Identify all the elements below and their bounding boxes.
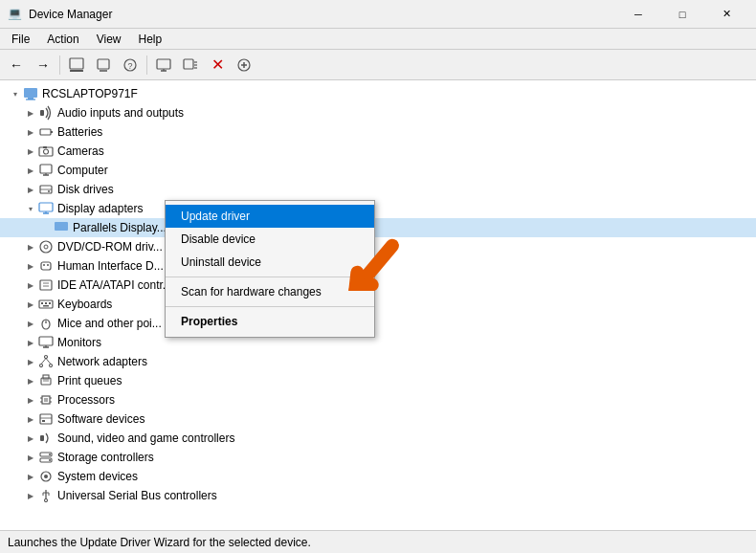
keyboards-icon	[38, 297, 54, 312]
svg-rect-44	[41, 302, 43, 304]
tree-dvd-label: DVD/CD-ROM driv...	[57, 240, 163, 254]
status-bar: Launches the Update Driver Wizard for th…	[0, 530, 756, 553]
tree-expand-disk[interactable]: ▶	[23, 182, 38, 197]
tree-expand-software[interactable]: ▶	[23, 411, 38, 427]
tree-item-computer[interactable]: ▶ Computer	[0, 161, 756, 180]
svg-point-55	[40, 365, 43, 367]
tree-item-ide[interactable]: ▶ IDE ATA/ATAPI contr...	[0, 276, 756, 295]
svg-point-75	[49, 459, 51, 461]
ctx-update-driver-label: Update driver	[181, 210, 250, 223]
tree-item-display[interactable]: ▾ Display adapters	[0, 199, 756, 218]
tree-item-mice[interactable]: ▶ Mice and other poi...	[0, 314, 756, 333]
tree-view[interactable]: ▾ RCSLAPTOP971F ▶ Audio inputs and outpu…	[0, 80, 756, 530]
svg-line-57	[41, 359, 46, 365]
svg-point-56	[50, 365, 53, 367]
tree-expand-system[interactable]: ▶	[23, 469, 38, 484]
dvd-icon	[38, 239, 54, 254]
tree-item-hid[interactable]: ▶ Human Interface D...	[0, 256, 756, 276]
toolbar-display[interactable]	[151, 53, 176, 77]
tree-monitors-label: Monitors	[57, 336, 101, 349]
tree-expand-root[interactable]: ▾	[8, 86, 23, 101]
toolbar-back[interactable]: ←	[4, 53, 29, 77]
processors-icon	[38, 392, 54, 408]
svg-point-38	[43, 264, 45, 266]
tree-expand-sound[interactable]: ▶	[23, 431, 38, 446]
ctx-scan-hardware[interactable]: Scan for hardware changes	[166, 280, 374, 303]
tree-sound-label: Sound, video and game controllers	[57, 431, 234, 445]
tree-expand-display[interactable]: ▾	[23, 201, 38, 216]
tree-item-batteries[interactable]: ▶ Batteries	[0, 122, 756, 142]
toolbar-forward[interactable]: →	[31, 53, 56, 77]
maximize-button[interactable]: □	[660, 0, 704, 29]
toolbar-add[interactable]	[232, 53, 256, 77]
tree-expand-processors[interactable]: ▶	[23, 392, 38, 408]
tree-expand-ide[interactable]: ▶	[23, 277, 38, 293]
storage-icon	[38, 450, 54, 465]
tree-item-monitors[interactable]: ▶ Monitors	[0, 333, 756, 352]
toolbar-remove[interactable]: ✕	[205, 53, 230, 77]
svg-point-74	[49, 453, 51, 455]
svg-rect-20	[40, 129, 51, 135]
tree-expand-print[interactable]: ▶	[23, 373, 38, 388]
svg-point-54	[45, 356, 48, 359]
tree-item-storage[interactable]: ▶ Storage controllers	[0, 448, 756, 467]
tree-item-network[interactable]: ▶ Network adapters	[0, 352, 756, 371]
svg-rect-31	[39, 203, 53, 211]
svg-rect-16	[24, 88, 37, 98]
tree-print-label: Print queues	[57, 374, 122, 387]
tree-expand-dvd[interactable]: ▶	[23, 239, 38, 254]
svg-rect-21	[51, 131, 53, 133]
minimize-button[interactable]: ─	[616, 0, 660, 29]
svg-rect-47	[43, 305, 49, 307]
tree-item-usb[interactable]: ▶ Universal Serial Bus controllers	[0, 486, 756, 505]
tree-expand-storage[interactable]: ▶	[23, 450, 38, 465]
tree-item-audio[interactable]: ▶ Audio inputs and outputs	[0, 103, 756, 122]
tree-expand-network[interactable]: ▶	[23, 354, 38, 369]
ctx-update-driver[interactable]: Update driver	[166, 205, 374, 228]
disk-icon	[38, 182, 54, 197]
tree-expand-keyboards[interactable]: ▶	[23, 297, 38, 312]
svg-rect-6	[157, 59, 170, 69]
toolbar-update-driver[interactable]	[91, 53, 116, 77]
tree-expand-audio[interactable]: ▶	[23, 105, 38, 121]
menu-action[interactable]: Action	[39, 31, 86, 48]
print-icon	[38, 373, 54, 388]
tree-expand-monitors[interactable]: ▶	[23, 335, 38, 350]
tree-cameras-label: Cameras	[57, 144, 104, 158]
tree-audio-label: Audio inputs and outputs	[57, 106, 184, 120]
toolbar-separator-1	[59, 55, 60, 75]
menu-file[interactable]: File	[4, 31, 37, 48]
tree-item-keyboards[interactable]: ▶ Keyboards	[0, 295, 756, 314]
tree-item-print[interactable]: ▶ Print queues	[0, 371, 756, 390]
computer-device-icon	[38, 163, 54, 178]
tree-expand-computer[interactable]: ▶	[23, 163, 38, 178]
toolbar-help[interactable]: ?	[118, 53, 143, 77]
software-icon	[38, 411, 54, 427]
menu-help[interactable]: Help	[131, 31, 170, 48]
tree-item-cameras[interactable]: ▶ Cameras	[0, 142, 756, 161]
toolbar-scan[interactable]	[178, 53, 203, 77]
tree-expand-mice[interactable]: ▶	[23, 316, 38, 331]
tree-item-parallels[interactable]: Parallels Display...	[0, 218, 756, 237]
tree-expand-batteries[interactable]: ▶	[23, 124, 38, 140]
svg-rect-9	[184, 59, 193, 69]
tree-expand-hid[interactable]: ▶	[23, 258, 38, 274]
audio-icon	[38, 105, 54, 121]
ctx-disable-device[interactable]: Disable device	[166, 228, 374, 251]
tree-item-disk[interactable]: ▶ Disk drives	[0, 180, 756, 199]
ctx-properties[interactable]: Properties	[166, 310, 374, 333]
tree-item-processors[interactable]: ▶ Processors	[0, 390, 756, 409]
tree-item-system[interactable]: ▶ System devices	[0, 467, 756, 486]
toolbar-properties[interactable]	[64, 53, 89, 77]
close-button[interactable]: ✕	[704, 0, 748, 29]
tree-item-software[interactable]: ▶ Software devices	[0, 409, 756, 429]
ctx-separator-1	[166, 276, 374, 277]
menu-view[interactable]: View	[89, 31, 129, 48]
tree-item-sound[interactable]: ▶ Sound, video and game controllers	[0, 429, 756, 448]
tree-expand-usb[interactable]: ▶	[23, 488, 38, 503]
tree-expand-cameras[interactable]: ▶	[23, 144, 38, 159]
system-icon	[38, 469, 54, 484]
tree-item-dvd[interactable]: ▶ DVD/CD-ROM driv...	[0, 237, 756, 256]
tree-root[interactable]: ▾ RCSLAPTOP971F	[0, 84, 756, 103]
ctx-uninstall-device[interactable]: Uninstall device	[166, 251, 374, 274]
